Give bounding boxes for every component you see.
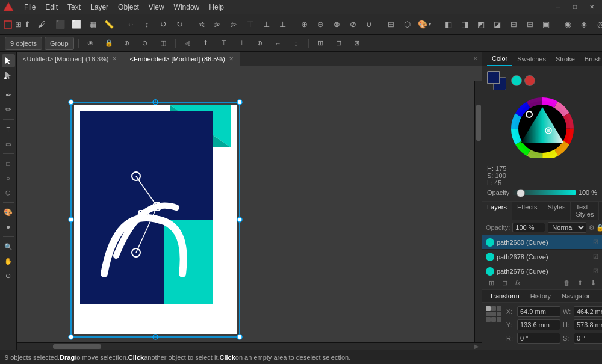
layer-move-down-icon[interactable]: ⬇	[588, 277, 598, 288]
layer-vis-2[interactable]: ☑	[593, 268, 598, 274]
stroke-color-swatch[interactable]	[487, 71, 500, 84]
t2-al5[interactable]: ⊕	[252, 35, 268, 51]
layers-opacity-input[interactable]	[512, 223, 545, 232]
paint-tool[interactable]: 🎨	[2, 206, 15, 219]
x-input[interactable]	[517, 306, 560, 317]
spray-tool[interactable]: ●	[2, 220, 15, 233]
geom2-btn[interactable]: ◨	[457, 17, 473, 32]
layer-move-icon[interactable]: ⬆	[574, 277, 585, 288]
layer-lock-icon[interactable]: 🔒	[596, 224, 602, 232]
color1-circle[interactable]	[511, 75, 522, 86]
geom6-btn[interactable]: ⊞	[522, 17, 538, 32]
v-scrollbar[interactable]	[474, 81, 482, 342]
magnet-btn[interactable]: ⬡	[399, 17, 415, 32]
divide-btn[interactable]: ⊘	[345, 17, 361, 32]
menu-file[interactable]: File	[19, 2, 40, 13]
geom5-btn[interactable]: ⊟	[506, 17, 521, 32]
pen-tool[interactable]: ✒	[2, 88, 15, 102]
menu-help[interactable]: Help	[204, 2, 229, 13]
t2-btn3[interactable]: ⊕	[119, 35, 135, 51]
layer-settings-icon[interactable]: ⚙	[589, 224, 595, 232]
select-tool[interactable]	[2, 54, 15, 67]
t2-al6[interactable]: ↔	[270, 35, 286, 51]
anchor-tl[interactable]	[486, 306, 491, 311]
color2-circle[interactable]	[524, 75, 535, 86]
group-button[interactable]: Group	[45, 37, 74, 50]
wireframe-btn[interactable]: ▦	[85, 17, 101, 32]
misc1-btn[interactable]: ◉	[560, 17, 576, 32]
anchor-ml[interactable]	[486, 312, 491, 316]
align-top-btn[interactable]: ⊤	[242, 17, 258, 32]
s-input[interactable]	[574, 333, 602, 344]
transform-anchor-grid[interactable]	[486, 306, 501, 322]
misc2-btn[interactable]: ◈	[576, 17, 592, 32]
canvas-content[interactable]: ▶	[17, 66, 482, 350]
anchor-br[interactable]	[497, 317, 501, 322]
opacity-slider[interactable]	[512, 190, 576, 195]
align-left-btn[interactable]: ⫷	[193, 17, 209, 32]
tab-embedded-close[interactable]: ✕	[229, 55, 234, 62]
intersect-btn[interactable]: ⊗	[329, 17, 344, 32]
maximize-button[interactable]: □	[567, 0, 583, 15]
tab-untitled-close[interactable]: ✕	[112, 55, 117, 62]
w-input[interactable]	[574, 306, 602, 317]
t2-dist1[interactable]: ⊞	[313, 35, 329, 51]
snap-btn[interactable]: ⊞	[383, 17, 399, 32]
close-button[interactable]: ✕	[584, 0, 600, 15]
layers-tab[interactable]: Layers	[482, 202, 512, 220]
tab-stroke[interactable]: Stroke	[551, 52, 580, 66]
close-all-btn[interactable]: ✕	[469, 55, 482, 63]
color-swatches-display[interactable]	[487, 71, 506, 90]
align-center-btn[interactable]: ⫸	[209, 17, 225, 32]
share-btn[interactable]: ⬆	[23, 17, 31, 32]
t2-dist2[interactable]: ⊟	[331, 35, 347, 51]
layer-vis-0[interactable]: ☑	[593, 239, 598, 245]
zoom-tool[interactable]: 🔍	[2, 240, 15, 253]
polygon-tool[interactable]: ⬡	[2, 186, 15, 199]
hand-tool[interactable]: ✋	[2, 254, 15, 268]
misc3-btn[interactable]: ◎	[592, 17, 602, 32]
home-btn[interactable]	[2, 17, 13, 32]
canvas-area[interactable]: <Untitled> [Modified] (16.3%) ✕ <Embedde…	[17, 52, 482, 350]
layer-vis-1[interactable]: ☑	[593, 253, 598, 260]
rect-tool[interactable]: □	[2, 157, 15, 170]
align-bottom-btn[interactable]: ⊥	[275, 17, 290, 32]
frame-tool[interactable]: ▭	[2, 137, 15, 150]
color-wheel-svg[interactable]	[506, 97, 579, 158]
flip-v-btn[interactable]: ↕	[139, 17, 155, 32]
geom3-btn[interactable]: ◩	[473, 17, 489, 32]
transform-tab[interactable]: Transform	[485, 289, 524, 303]
pencil-tool[interactable]: ✏	[2, 103, 15, 116]
lock-btn[interactable]: 🔒	[101, 35, 117, 51]
node-tool[interactable]	[2, 69, 15, 82]
tab-untitled[interactable]: <Untitled> [Modified] (16.3%) ✕	[17, 52, 123, 66]
tab-embedded[interactable]: <Embedded> [Modified] (86.5%) ✕	[123, 52, 240, 66]
grid-view-btn[interactable]: ⊞	[14, 17, 22, 32]
layer-group-icon[interactable]: ⊟	[499, 277, 510, 288]
stock-tab[interactable]: Stock	[599, 202, 602, 220]
layer-add-icon[interactable]: ⊞	[486, 277, 497, 288]
flip-h-btn[interactable]: ↔	[123, 17, 138, 32]
rotate-cw-btn[interactable]: ↻	[172, 17, 187, 32]
menu-text[interactable]: Text	[63, 2, 85, 13]
geom7-btn[interactable]: ▣	[538, 17, 554, 32]
anchor-tr[interactable]	[497, 306, 501, 311]
subtract-btn[interactable]: ⊖	[312, 17, 328, 32]
text-tool[interactable]: T	[2, 123, 15, 136]
align-right-btn[interactable]: ⫸	[226, 17, 241, 32]
h-scroll-thumb[interactable]	[53, 344, 101, 349]
layer-fx-icon[interactable]: fx	[512, 277, 523, 288]
anchor-bc[interactable]	[491, 317, 496, 322]
history-tab[interactable]: History	[526, 289, 556, 303]
outline-btn[interactable]: ⬜	[69, 17, 84, 32]
ellipse-tool[interactable]: ○	[2, 171, 15, 185]
t2-btn5[interactable]: ◫	[155, 35, 171, 51]
t2-btn4[interactable]: ⊖	[137, 35, 153, 51]
geom1-btn[interactable]: ◧	[441, 17, 456, 32]
layer-item-1[interactable]: path2678 (Curve) ☑	[482, 250, 602, 264]
rotate-ccw-btn[interactable]: ↺	[155, 17, 171, 32]
menu-layer[interactable]: Layer	[85, 2, 113, 13]
anchor-mr[interactable]	[497, 312, 501, 316]
zoom-fit-tool[interactable]: ⊕	[2, 269, 15, 282]
menu-window[interactable]: Window	[169, 2, 205, 13]
